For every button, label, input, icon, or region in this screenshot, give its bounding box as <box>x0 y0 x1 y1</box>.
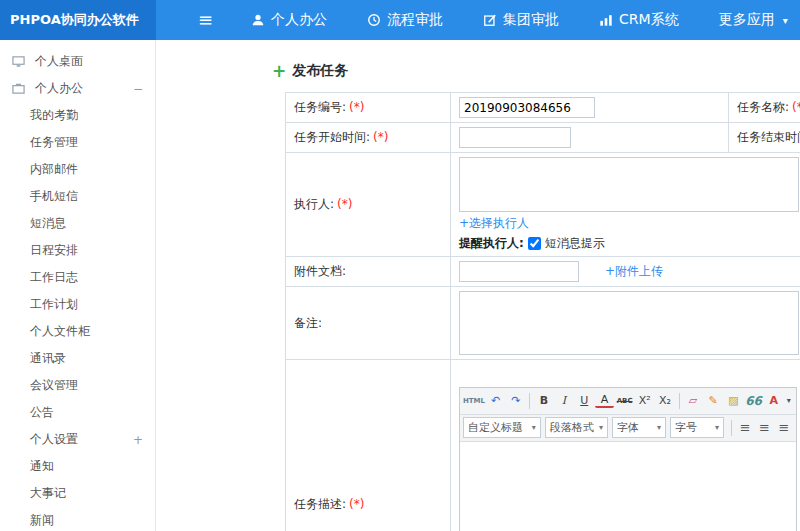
editor-content-area[interactable] <box>460 442 796 531</box>
size-select[interactable]: 字号 ▾ <box>670 417 724 438</box>
choose-executor-link[interactable]: +选择执行人 <box>459 216 529 230</box>
sidebar-item-schedule[interactable]: 日程安排 <box>0 237 155 264</box>
sidebar-item-file-cabinet[interactable]: 个人文件柜 <box>0 318 155 345</box>
attachment-label: 附件文档: <box>294 264 346 278</box>
sidebar-item-my-attendance[interactable]: 我的考勤 <box>0 102 155 129</box>
executor-textarea[interactable] <box>459 157 799 212</box>
remark-value-cell <box>451 287 800 360</box>
task-name-label: 任务名称: <box>737 100 789 114</box>
row-remark: 备注: <box>286 287 800 360</box>
underline-icon[interactable]: U <box>575 390 594 411</box>
chevron-down-icon: ▾ <box>657 423 661 432</box>
sms-remind-label: 短消息提示 <box>545 235 605 252</box>
executor-label: 执行人: <box>294 197 334 211</box>
sidebar-item-work-plan[interactable]: 工作计划 <box>0 291 155 318</box>
expand-icon[interactable]: + <box>133 433 143 447</box>
sidebar-item-meeting-management[interactable]: 会议管理 <box>0 372 155 399</box>
page-title-text: 发布任务 <box>292 62 348 80</box>
font-color-icon[interactable]: A <box>595 393 614 408</box>
end-time-label-cell: 任务结束时间:(*) <box>729 123 800 153</box>
task-number-input[interactable] <box>459 97 595 118</box>
toolbar-separator <box>529 393 530 409</box>
align-right-icon[interactable]: ≡ <box>775 417 793 438</box>
briefcase-icon <box>12 82 28 95</box>
chevron-down-icon: ▾ <box>599 423 603 432</box>
text-color-icon[interactable]: A <box>764 390 783 411</box>
chevron-down-icon: ▾ <box>715 423 719 432</box>
italic-icon[interactable]: I <box>554 390 573 411</box>
required-mark: (*) <box>349 497 364 511</box>
sidebar-item-events[interactable]: 大事记 <box>0 480 155 507</box>
attachment-input[interactable] <box>459 261 579 282</box>
sidebar-item-news[interactable]: 新闻 <box>0 507 155 531</box>
sidebar-item-short-message[interactable]: 短消息 <box>0 210 155 237</box>
sidebar-item-personal-office[interactable]: 个人办公 − <box>0 75 155 102</box>
sidebar-item-personal-desktop[interactable]: 个人桌面 <box>0 48 155 75</box>
desktop-icon <box>12 55 28 68</box>
top-nav: 个人办公 流程审批 集团审批 CRM系统 更多应用 ▾ <box>251 11 788 29</box>
nav-group-approval[interactable]: 集团审批 <box>483 11 559 29</box>
remove-format-icon[interactable]: ▱ <box>683 390 702 411</box>
nav-process-approval[interactable]: 流程审批 <box>367 11 443 29</box>
collapse-icon[interactable]: − <box>133 82 143 96</box>
sidebar-item-notification[interactable]: 通知 <box>0 453 155 480</box>
sidebar-item-task-management[interactable]: 任务管理 <box>0 129 155 156</box>
app-logo: PHPOA协同办公软件 <box>0 0 156 40</box>
source-icon[interactable]: HTML <box>463 390 485 411</box>
required-mark: (*) <box>373 130 388 144</box>
clock-icon <box>367 13 381 27</box>
executor-label-cell: 执行人:(*) <box>286 153 451 257</box>
required-mark: (*) <box>349 100 364 114</box>
blockquote-icon[interactable]: 66 <box>744 390 763 411</box>
toolbar-separator <box>679 393 680 409</box>
remind-executor-label: 提醒执行人: <box>459 235 524 252</box>
rich-text-editor: HTML ↶ ↷ B I U A ABC X² X₂ ▱ <box>459 387 797 531</box>
hamburger-icon[interactable]: ≡ <box>198 0 213 40</box>
undo-icon[interactable]: ↶ <box>486 390 505 411</box>
heading-select[interactable]: 自定义标题 ▾ <box>463 417 541 438</box>
superscript-icon[interactable]: X² <box>635 390 654 411</box>
executor-value-cell: +选择执行人 提醒执行人: 短消息提示 <box>451 153 800 257</box>
nav-more-apps[interactable]: 更多应用 ▾ <box>719 11 788 29</box>
description-value-cell: HTML ↶ ↷ B I U A ABC X² X₂ ▱ <box>451 360 800 531</box>
row-task-time: 任务开始时间:(*) 任务结束时间:(*) <box>286 123 800 153</box>
start-time-label: 任务开始时间: <box>294 130 370 144</box>
subscript-icon[interactable]: X₂ <box>655 390 674 411</box>
page-title: + 发布任务 <box>272 62 800 80</box>
sidebar-item-internal-mail[interactable]: 内部邮件 <box>0 156 155 183</box>
align-center-icon[interactable]: ≡ <box>755 417 773 438</box>
align-left-icon[interactable]: ≡ <box>736 417 754 438</box>
bold-icon[interactable]: B <box>534 390 553 411</box>
sidebar-item-work-log[interactable]: 工作日志 <box>0 264 155 291</box>
toolbar-separator <box>731 420 732 436</box>
text-color-caret-icon[interactable]: ▾ <box>784 390 793 411</box>
strikethrough-icon[interactable]: ABC <box>615 390 634 411</box>
remark-label: 备注: <box>294 316 322 330</box>
nav-crm-system[interactable]: CRM系统 <box>599 11 679 29</box>
paragraph-select[interactable]: 段落格式 ▾ <box>545 417 608 438</box>
sidebar-item-personal-settings[interactable]: 个人设置 + <box>0 426 155 453</box>
font-select[interactable]: 字体 ▾ <box>612 417 666 438</box>
sms-remind-checkbox[interactable] <box>528 237 541 250</box>
required-mark: (*) <box>792 100 800 114</box>
sidebar-item-contacts[interactable]: 通讯录 <box>0 345 155 372</box>
top-header: PHPOA协同办公软件 ≡ 个人办公 流程审批 集团审批 CRM系统 更多应用 … <box>0 0 800 40</box>
edit-square-icon <box>483 13 497 27</box>
remark-textarea[interactable] <box>459 291 799 355</box>
redo-icon[interactable]: ↷ <box>506 390 525 411</box>
start-time-input[interactable] <box>459 127 571 148</box>
sidebar-item-mobile-sms[interactable]: 手机短信 <box>0 183 155 210</box>
nav-personal-office[interactable]: 个人办公 <box>251 11 327 29</box>
chevron-down-icon: ▾ <box>532 423 536 432</box>
task-form-table: 任务编号:(*) 任务名称:(*) 任务开始时间:(*) <box>285 92 800 531</box>
row-executor: 执行人:(*) +选择执行人 提醒执行人: 短消息提示 <box>286 153 800 257</box>
fill-color-icon[interactable]: ▨ <box>724 390 743 411</box>
row-description: 任务描述:(*) HTML ↶ ↷ B I U A ABC <box>286 360 800 531</box>
editor-toolbar-row1: HTML ↶ ↷ B I U A ABC X² X₂ ▱ <box>460 388 796 415</box>
person-icon <box>251 13 265 27</box>
sidebar-item-announcement[interactable]: 公告 <box>0 399 155 426</box>
format-brush-icon[interactable]: ✎ <box>704 390 723 411</box>
attachment-label-cell: 附件文档: <box>286 257 451 287</box>
attachment-upload-link[interactable]: +附件上传 <box>605 263 663 280</box>
start-time-value-cell <box>451 123 729 153</box>
